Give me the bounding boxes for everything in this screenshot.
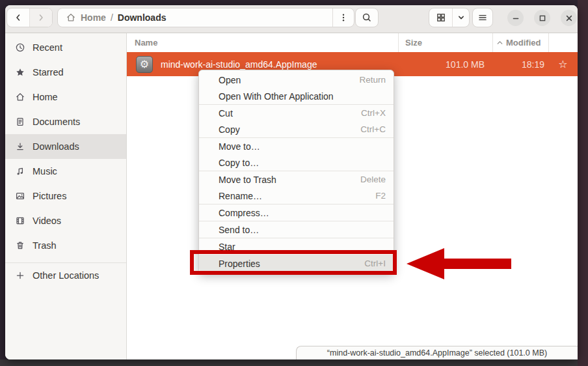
menu-item-label: Compress… [219, 208, 269, 218]
menu-item-label: Copy [219, 124, 240, 135]
sidebar-item-label: Documents [33, 117, 80, 127]
list-column-headers: Name Size Modified [127, 33, 578, 52]
menu-item-label: Copy to… [219, 158, 259, 168]
menu-item-label: Open [219, 75, 241, 85]
menu-item-rename[interactable]: Rename… F2 [199, 188, 394, 204]
context-menu: Open Return Open With Other Application … [198, 70, 394, 274]
plus-icon [15, 270, 25, 281]
sidebar-item-label: Starred [33, 67, 64, 77]
column-header-size[interactable]: Size [398, 33, 492, 52]
sidebar-item-label: Trash [33, 240, 57, 251]
clock-icon [15, 42, 25, 53]
breadcrumb-current[interactable]: Downloads [118, 12, 167, 23]
column-header-name[interactable]: Name [127, 33, 398, 52]
sidebar-item-recent[interactable]: Recent [5, 35, 126, 60]
document-icon [15, 117, 25, 127]
sidebar-item-other-locations[interactable]: Other Locations [5, 263, 126, 288]
desktop: { "titlebar": { "breadcrumb": { "root": … [0, 0, 588, 366]
chevron-down-icon [456, 12, 466, 23]
sidebar-item-downloads[interactable]: Downloads [5, 134, 126, 159]
desktop-right-edge [578, 0, 588, 366]
menu-item-copy[interactable]: Copy Ctrl+C [199, 121, 394, 137]
sidebar-item-music[interactable]: Music [5, 159, 126, 184]
status-text: “mind-work-ai-studio_amd64.AppImage” sel… [327, 348, 547, 358]
menu-item-shortcut: Ctrl+X [361, 108, 386, 118]
chevron-left-icon [13, 12, 23, 23]
appimage-gear-icon: ⚙ [136, 56, 153, 73]
back-button[interactable] [7, 8, 29, 27]
close-icon [564, 13, 574, 23]
sidebar-item-trash[interactable]: Trash [5, 233, 126, 258]
view-toggle-group [429, 8, 470, 27]
menu-item-copy-to[interactable]: Copy to… [199, 154, 394, 171]
film-icon [15, 216, 25, 226]
menu-item-star[interactable]: Star [199, 238, 394, 255]
close-button[interactable] [561, 10, 577, 26]
file-name: mind-work-ai-studio_amd64.AppImage [161, 59, 317, 70]
path-bar: Home / Downloads [57, 8, 354, 27]
menu-item-compress[interactable]: Compress… [199, 204, 394, 221]
menu-item-cut[interactable]: Cut Ctrl+X [199, 105, 394, 121]
path-options-button[interactable] [333, 8, 354, 27]
desktop-bottom-edge [0, 359, 588, 366]
menu-item-shortcut: Delete [360, 175, 386, 184]
minimize-button[interactable] [507, 10, 524, 26]
maximize-button[interactable] [534, 10, 550, 26]
menu-item-label: Move to… [219, 141, 260, 152]
menu-item-shortcut: Return [359, 75, 386, 85]
sidebar-item-label: Other Locations [33, 270, 99, 281]
menu-item-properties[interactable]: Properties Ctrl+I [199, 255, 394, 272]
breadcrumb-separator: / [111, 12, 113, 23]
menu-item-open-with[interactable]: Open With Other Application [199, 88, 394, 104]
sidebar-item-label: Recent [33, 42, 62, 53]
column-header-label: Size [405, 38, 422, 48]
menu-item-move-to-trash[interactable]: Move to Trash Delete [199, 171, 394, 188]
menu-item-label: Cut [219, 108, 233, 119]
menu-item-move-to[interactable]: Move to… [199, 138, 394, 154]
column-header-star[interactable] [548, 33, 578, 52]
star-icon [15, 67, 25, 77]
kebab-menu-icon [338, 12, 349, 23]
sidebar-item-label: Downloads [33, 141, 79, 152]
forward-button[interactable] [29, 8, 52, 27]
maximize-icon [537, 13, 548, 23]
picture-icon [15, 191, 25, 201]
titlebar: Home / Downloads [5, 5, 578, 33]
view-options-button[interactable] [452, 8, 469, 27]
sidebar-item-documents[interactable]: Documents [5, 109, 126, 134]
music-note-icon [15, 166, 25, 176]
search-icon [362, 12, 372, 23]
hamburger-menu-button[interactable] [472, 8, 493, 27]
column-header-modified[interactable]: Modified [492, 33, 548, 52]
column-header-label: Modified [506, 38, 541, 48]
menu-item-shortcut: Ctrl+I [364, 259, 386, 268]
breadcrumb[interactable]: Home / Downloads [58, 12, 332, 23]
sidebar-item-pictures[interactable]: Pictures [5, 184, 126, 208]
chevron-right-icon [36, 12, 46, 23]
menu-item-label: Star [219, 242, 235, 252]
minimize-icon [511, 13, 521, 23]
menu-item-label: Properties [219, 259, 260, 269]
menu-item-open[interactable]: Open Return [199, 72, 394, 88]
menu-item-label: Open With Other Application [219, 91, 334, 102]
home-icon [15, 92, 25, 102]
menu-item-label: Move to Trash [219, 175, 276, 185]
menu-item-shortcut: Ctrl+C [360, 124, 386, 134]
sidebar-item-label: Videos [33, 216, 61, 226]
sidebar-item-starred[interactable]: Starred [5, 60, 126, 85]
sidebar-item-videos[interactable]: Videos [5, 208, 126, 233]
breadcrumb-home[interactable]: Home [81, 12, 106, 23]
sidebar-item-home[interactable]: Home [5, 85, 126, 109]
search-button[interactable] [355, 8, 379, 27]
sort-ascending-icon [496, 38, 504, 47]
sidebar-item-label: Home [33, 92, 58, 102]
file-modified-time: 18:19 [492, 59, 548, 70]
home-icon [66, 12, 76, 23]
grid-view-button[interactable] [429, 8, 452, 27]
column-header-label: Name [135, 38, 157, 48]
menu-item-label: Rename… [219, 191, 262, 201]
download-icon [15, 141, 25, 152]
sidebar-item-label: Pictures [33, 191, 66, 201]
menu-item-send-to[interactable]: Send to… [199, 221, 394, 238]
star-toggle-icon[interactable]: ☆ [548, 58, 578, 70]
